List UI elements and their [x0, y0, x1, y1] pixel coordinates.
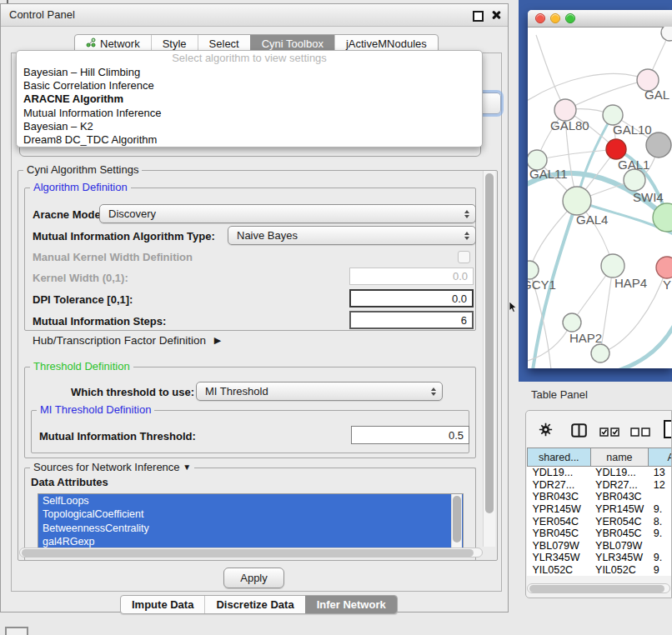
partial-floating-icon [5, 627, 28, 635]
data-attribute-item-gal4rgexp[interactable]: gal4RGexp [38, 535, 463, 548]
hub-factor-definition-toggle[interactable]: Hub/Transcription Factor Definition ▶ [33, 334, 221, 347]
settings-vertical-scrollbar[interactable] [483, 171, 495, 547]
network-edge [536, 35, 565, 110]
data-attributes-list[interactable]: SelfLoopsTopologicalCoefficientBetweenne… [38, 493, 464, 548]
mi-steps-input[interactable]: 6 [349, 311, 474, 329]
stepper-arrows-icon [464, 232, 469, 240]
algorithm-option-basic-correlation-inference[interactable]: Basic Correlation Inference [17, 79, 482, 92]
mi-threshold-label: Mutual Information Threshold: [39, 430, 196, 442]
network-canvas[interactable]: GALGAL80GAL10GAL1GAL11SWI4GAL4GCY1HAP4YH… [528, 27, 672, 368]
algorithm-option-bayesian-hill-climbing[interactable]: Bayesian – Hill Climbing [17, 66, 482, 79]
stepper-arrows-icon [464, 210, 469, 218]
table-row[interactable]: YLR345WYLR345W9. [528, 552, 672, 564]
control-panel-titlebar[interactable]: Control Panel [1, 4, 508, 27]
attributes-list-scrollbar[interactable] [451, 494, 462, 548]
table-row[interactable]: YPR145WYPR145W9. [528, 503, 672, 516]
document-icon[interactable] [663, 420, 672, 441]
column-header-name[interactable]: name [590, 448, 649, 467]
close-icon[interactable] [490, 9, 502, 21]
mi-threshold-definition-title: MI Threshold Definition [37, 403, 154, 416]
column-header-shared-[interactable]: shared... [528, 448, 591, 467]
node-label-gal80: GAL80 [550, 118, 589, 132]
algorithm-dropdown-popup: Select algorithm to view settings Bayesi… [16, 50, 483, 148]
mi-algorithm-type-select[interactable]: Naive Bayes [228, 226, 476, 245]
table-row[interactable]: YBR045CYBR045C9. [528, 528, 672, 540]
float-window-icon[interactable] [473, 11, 484, 22]
network-node-y[interactable] [656, 257, 672, 278]
node-label-hap2: HAP2 [569, 331, 602, 345]
unchecked-columns-icon[interactable] [630, 427, 650, 439]
manual-kernel-width-label: Manual Kernel Width Definition [33, 251, 193, 263]
algorithm-option-bayesian-k2[interactable]: Bayesian – K2 [17, 120, 482, 133]
network-window-titlebar[interactable] [528, 10, 672, 28]
table-row[interactable]: YIL052CYIL052C9 [528, 564, 672, 577]
node-label-gal11: GAL11 [529, 167, 568, 181]
hub-factor-definition-label: Hub/Transcription Factor Definition [33, 334, 206, 347]
settings-horizontal-scrollbar[interactable] [19, 548, 483, 558]
network-edge [600, 266, 613, 353]
node-label-gcy1: GCY1 [528, 278, 556, 292]
dpi-tolerance-input[interactable]: 0.0 [349, 289, 474, 308]
node-table[interactable]: shared...nameA YDL19...YDL19...13YDR27..… [527, 448, 672, 576]
data-attributes-label: Data Attributes [31, 476, 108, 488]
which-threshold-value: MI Threshold [205, 385, 268, 398]
gear-icon[interactable] [539, 422, 553, 439]
node-label-hap4: HAP4 [614, 276, 647, 290]
network-edge [604, 318, 672, 368]
kernel-width-input[interactable]: 0.0 [349, 268, 474, 285]
algorithm-option-mutual-information-inference[interactable]: Mutual Information Inference [17, 107, 482, 120]
split-columns-icon[interactable] [571, 423, 587, 440]
zoom-traffic-light-icon[interactable] [565, 13, 575, 23]
manual-kernel-width-checkbox[interactable] [458, 251, 470, 263]
apply-button[interactable]: Apply [223, 568, 284, 588]
cyni-bottom-tabs: Impute DataDiscretize DataInfer Network [120, 595, 398, 614]
data-attribute-item-betweennesscentrality[interactable]: BetweennessCentrality [38, 522, 463, 535]
aracne-mode-select[interactable]: Discovery [99, 204, 476, 223]
control-panel-window: Control Panel NetworkStyleSelectCyni Too… [0, 3, 509, 612]
table-horizontal-scrollbar[interactable] [527, 583, 670, 593]
node-label-swi4: SWI4 [633, 190, 664, 204]
table-row[interactable]: YDL19...YDL19...13 [528, 467, 672, 479]
close-traffic-light-icon[interactable] [535, 13, 545, 23]
mi-threshold-input[interactable]: 0.5 [351, 426, 469, 444]
aracne-mode-label: Aracne Mode: [33, 208, 104, 221]
data-attribute-item-selfloops[interactable]: SelfLoops [38, 494, 463, 508]
tab-discretize-data[interactable]: Discretize Data [204, 596, 304, 613]
table-row[interactable]: YBL079WYBL079W [528, 540, 672, 552]
mi-steps-label: Mutual Information Steps: [33, 315, 166, 328]
algorithm-option-list: Bayesian – Hill ClimbingBasic Correlatio… [17, 66, 482, 147]
table-row[interactable]: YDR27...YDR27...12 [528, 479, 672, 492]
network-edge [537, 149, 616, 160]
table-row[interactable]: YER054CYER054C8. [528, 515, 672, 528]
network-node-swi4[interactable] [624, 169, 645, 191]
network-node[interactable] [661, 27, 672, 41]
stepper-arrows-icon [431, 388, 436, 396]
network-node-gal4[interactable] [563, 187, 591, 215]
which-threshold-select[interactable]: MI Threshold [196, 382, 443, 401]
tab-infer-network[interactable]: Infer Network [305, 596, 397, 613]
network-graph: GALGAL80GAL10GAL1GAL11SWI4GAL4GCY1HAP4YH… [528, 27, 672, 368]
sources-group-title[interactable]: Sources for Network Inference ▼ [30, 461, 194, 473]
network-node[interactable] [591, 344, 609, 362]
network-node-gal1[interactable] [606, 139, 626, 159]
network-node-gcy1[interactable] [528, 261, 539, 279]
algorithm-option-dream8-dc-tdc-algorithm[interactable]: Dream8 DC_TDC Algorithm [17, 133, 482, 147]
data-attribute-item-topologicalcoefficient[interactable]: TopologicalCoefficient [38, 508, 463, 521]
table-row[interactable]: YBR043CYBR043C [528, 491, 672, 503]
which-threshold-label: Which threshold to use: [71, 386, 194, 398]
algorithm-option-aracne-algorithm[interactable]: ARACNE Algorithm [17, 92, 482, 106]
aracne-mode-value: Discovery [108, 208, 156, 220]
mi-algorithm-type-label: Mutual Information Algorithm Type: [33, 230, 215, 242]
algorithm-definition-title: Algorithm Definition [30, 181, 131, 193]
tab-impute-data[interactable]: Impute Data [121, 596, 204, 613]
column-header-a[interactable]: A [649, 448, 672, 467]
table-header-row: shared...nameA [528, 448, 672, 467]
minimize-traffic-light-icon[interactable] [550, 13, 560, 23]
checked-columns-icon[interactable] [599, 427, 619, 439]
kernel-width-label: Kernel Width (0,1): [33, 272, 128, 284]
network-node-hap4[interactable] [601, 254, 624, 278]
node-label-gal: GAL [644, 88, 669, 102]
network-node-hap2[interactable] [563, 313, 581, 332]
mouse-cursor [509, 301, 517, 316]
control-panel-title: Control Panel [9, 4, 75, 26]
